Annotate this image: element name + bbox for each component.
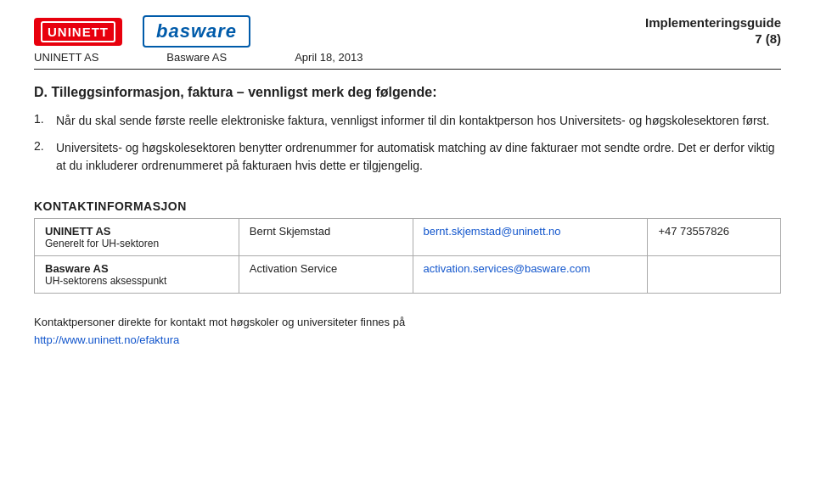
email-link-1[interactable]: bernt.skjemstad@uninett.no <box>424 225 561 238</box>
uninett-logo-text: UNINETT <box>41 21 115 42</box>
contact-heading: KONTAKTINFORMASJON <box>34 199 781 213</box>
org-sub-1: Generelt for UH-sektoren <box>45 238 228 249</box>
table-row: UNINETT AS Generelt for UH-sektoren Bern… <box>35 219 781 256</box>
cell-email-1: bernt.skjemstad@uninett.no <box>413 219 648 256</box>
basware-logo-text: basware <box>156 20 237 42</box>
page-number: 7 (8) <box>755 31 781 46</box>
cell-contact-1: Bernt Skjemstad <box>239 219 413 256</box>
uninett-logo: UNINETT <box>34 18 122 46</box>
org-name-2: Basware AS <box>45 262 228 275</box>
org-name-1: UNINETT AS <box>45 225 228 238</box>
doc-date: April 18, 2013 <box>295 51 363 64</box>
email-link-2[interactable]: activation.services@basware.com <box>424 262 591 275</box>
page: UNINETT basware Implementeringsguide 7 (… <box>0 0 815 504</box>
footer-link[interactable]: http://www.uninett.no/efaktura <box>34 333 179 346</box>
item-2: 2. Universitets- og høgskolesektoren ben… <box>34 139 781 176</box>
doc-title: Implementeringsguide <box>645 15 781 30</box>
org-date-row: UNINETT AS Basware AS April 18, 2013 <box>34 51 781 64</box>
contact-section: KONTAKTINFORMASJON UNINETT AS Generelt f… <box>34 199 781 294</box>
header-logos: UNINETT basware <box>34 15 250 48</box>
cell-email-2: activation.services@basware.com <box>413 256 648 294</box>
item-1-num: 1. <box>34 112 49 131</box>
item-1-text: Når du skal sende første reelle elektron… <box>56 112 769 131</box>
item-1: 1. Når du skal sende første reelle elekt… <box>34 112 781 131</box>
item-2-text: Universitets- og høgskolesektoren benytt… <box>56 139 781 176</box>
contact-table: UNINETT AS Generelt for UH-sektoren Bern… <box>34 218 781 294</box>
cell-org-1: UNINETT AS Generelt for UH-sektoren <box>35 219 239 256</box>
cell-org-2: Basware AS UH-sektorens aksesspunkt <box>35 256 239 294</box>
org-sub-2: UH-sektorens aksesspunkt <box>45 275 228 287</box>
uninett-logo-box: UNINETT <box>34 18 122 46</box>
header-right: Implementeringsguide 7 (8) <box>645 15 781 46</box>
item-2-num: 2. <box>34 139 49 176</box>
section-d-title: D. Tilleggsinformasjon, faktura – vennli… <box>34 85 781 100</box>
org1-name: UNINETT AS <box>34 51 98 64</box>
cell-phone-1: +47 73557826 <box>648 219 781 256</box>
cell-phone-2 <box>648 256 781 294</box>
org2-name: Basware AS <box>166 51 227 64</box>
footer-note: Kontaktpersoner direkte for kontakt mot … <box>34 314 781 350</box>
cell-contact-2: Activation Service <box>239 256 413 294</box>
header: UNINETT basware Implementeringsguide 7 (… <box>34 15 781 48</box>
header-divider <box>34 69 781 70</box>
footer-text: Kontaktpersoner direkte for kontakt mot … <box>34 316 405 328</box>
basware-logo: basware <box>143 15 250 48</box>
table-row: Basware AS UH-sektorens aksesspunkt Acti… <box>35 256 781 294</box>
